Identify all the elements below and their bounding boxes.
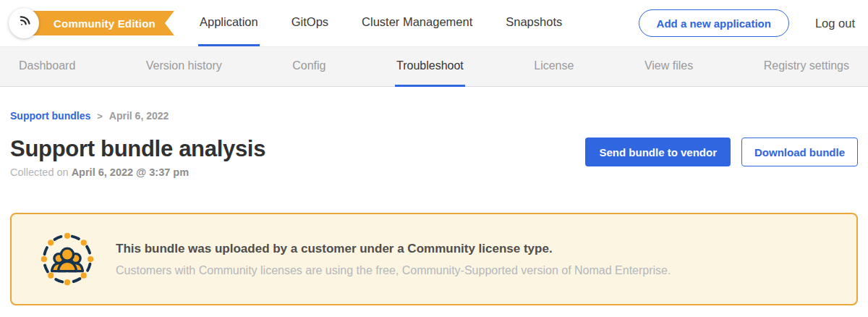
brand: Community Edition bbox=[9, 0, 181, 46]
breadcrumb-support-bundles-link[interactable]: Support bundles bbox=[10, 110, 90, 122]
subnav-item-view-files[interactable]: View files bbox=[643, 47, 694, 87]
community-edition-label: Community Edition bbox=[54, 17, 156, 30]
community-license-notice: This bundle was uploaded by a customer u… bbox=[10, 213, 858, 305]
title-block: Support bundle analysis Collected on Apr… bbox=[10, 136, 265, 178]
subnav-item-config[interactable]: Config bbox=[291, 47, 327, 87]
subnav-item-version-history[interactable]: Version history bbox=[145, 47, 224, 87]
replicated-logo-icon bbox=[14, 12, 33, 34]
send-bundle-to-vendor-button[interactable]: Send bundle to vendor bbox=[585, 138, 731, 166]
subnav-item-registry-settings[interactable]: Registry settings bbox=[762, 47, 851, 87]
bundle-actions: Send bundle to vendor Download bundle bbox=[585, 138, 858, 166]
notice-subtitle: Customers with Community licenses are us… bbox=[116, 264, 671, 277]
notice-text: This bundle was uploaded by a customer u… bbox=[116, 242, 671, 277]
subnav-item-license[interactable]: License bbox=[532, 47, 575, 87]
add-new-application-button[interactable]: Add a new application bbox=[639, 9, 789, 37]
top-header: Community Edition Application GitOps Clu… bbox=[0, 0, 868, 46]
main-content: Support bundles > April 6, 2022 Support … bbox=[0, 87, 868, 305]
download-bundle-button[interactable]: Download bundle bbox=[741, 138, 858, 166]
app-sub-nav: Dashboard Version history Config Trouble… bbox=[0, 46, 868, 87]
collected-timestamp: Collected on April 6, 2022 @ 3:37 pm bbox=[10, 166, 265, 178]
top-tab-gitops[interactable]: GitOps bbox=[290, 0, 330, 46]
subnav-item-dashboard[interactable]: Dashboard bbox=[17, 47, 77, 87]
notice-title: This bundle was uploaded by a customer u… bbox=[116, 242, 671, 256]
community-people-icon bbox=[39, 231, 95, 287]
breadcrumb-current-bundle: April 6, 2022 bbox=[109, 110, 169, 122]
breadcrumb: Support bundles > April 6, 2022 bbox=[10, 110, 858, 122]
top-nav: Application GitOps Cluster Management Sn… bbox=[198, 0, 563, 46]
app-logo[interactable] bbox=[9, 8, 39, 38]
title-row: Support bundle analysis Collected on Apr… bbox=[10, 136, 858, 178]
community-edition-badge: Community Edition bbox=[27, 11, 174, 35]
top-tab-application[interactable]: Application bbox=[198, 0, 260, 46]
breadcrumb-separator: > bbox=[97, 111, 103, 122]
collected-date: April 6, 2022 @ 3:37 pm bbox=[72, 166, 189, 178]
top-tab-cluster-management[interactable]: Cluster Management bbox=[360, 0, 474, 46]
logout-link[interactable]: Log out bbox=[815, 17, 855, 30]
subnav-item-troubleshoot[interactable]: Troubleshoot bbox=[395, 47, 465, 87]
header-right: Add a new application Log out bbox=[639, 9, 855, 37]
top-tab-snapshots[interactable]: Snapshots bbox=[504, 0, 563, 46]
collected-prefix: Collected on bbox=[10, 166, 69, 178]
page-title: Support bundle analysis bbox=[10, 136, 265, 162]
